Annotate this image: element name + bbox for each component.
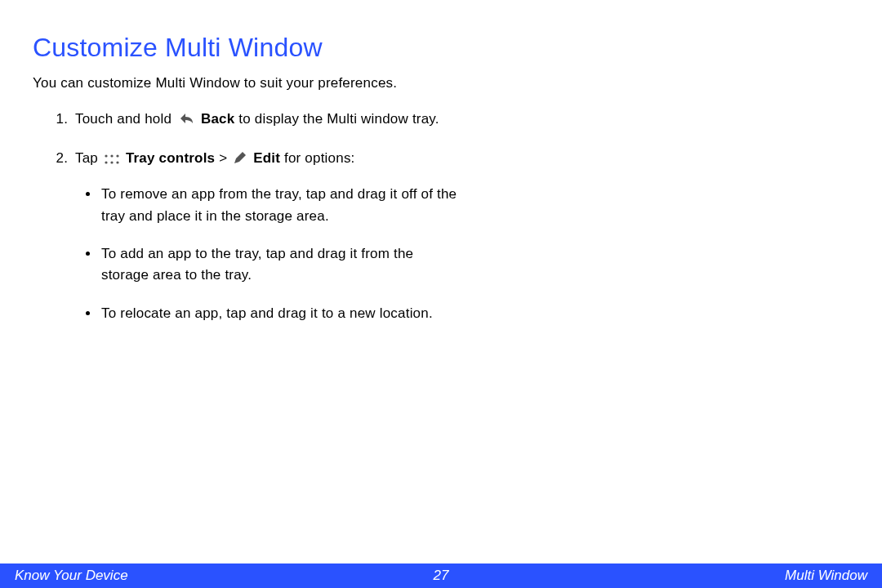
svg-point-4 (110, 161, 113, 163)
step-2-post: for options: (280, 150, 354, 166)
svg-point-2 (116, 154, 118, 157)
footer-right: Multi Window (785, 564, 867, 588)
intro-text: You can customize Multi Window to suit y… (33, 73, 457, 94)
edit-icon (233, 150, 247, 165)
back-icon (177, 111, 195, 126)
bullet-remove-app: To remove an app from the tray, tap and … (100, 184, 457, 227)
svg-point-5 (116, 161, 118, 163)
step-2: Tap Tray controls > Edit for options: To… (72, 148, 457, 324)
page-content: Customize Multi Window You can customize… (33, 33, 457, 324)
step-1-pre: Touch and hold (75, 111, 176, 127)
page-footer: Know Your Device 27 Multi Window (0, 564, 882, 588)
page-title: Customize Multi Window (33, 33, 457, 63)
step-2-pre: Tap (75, 150, 102, 166)
step-1-post: to display the Multi window tray. (234, 111, 439, 127)
footer-page-number: 27 (434, 564, 449, 588)
step-2-sep: > (215, 150, 231, 166)
svg-point-0 (105, 154, 107, 157)
svg-point-1 (110, 154, 113, 157)
manual-page: Customize Multi Window You can customize… (0, 0, 882, 588)
step-list: Touch and hold Back to display the Multi… (72, 109, 457, 324)
step-2-bold2: Edit (253, 150, 280, 166)
footer-left: Know Your Device (15, 564, 128, 588)
option-list: To remove an app from the tray, tap and … (100, 184, 457, 324)
bullet-add-app: To add an app to the tray, tap and drag … (100, 243, 457, 287)
tray-controls-icon (104, 154, 120, 165)
step-1: Touch and hold Back to display the Multi… (72, 109, 457, 130)
svg-point-3 (105, 161, 107, 163)
step-1-bold: Back (201, 111, 234, 127)
step-2-bold1: Tray controls (126, 150, 215, 166)
bullet-relocate-app: To relocate an app, tap and drag it to a… (100, 303, 457, 324)
